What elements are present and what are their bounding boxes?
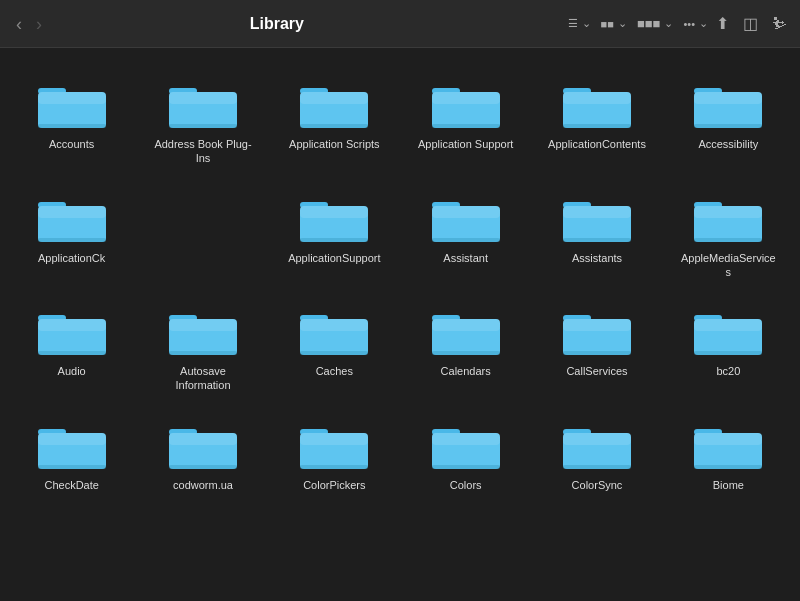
folder-item[interactable]: CallServices xyxy=(533,291,660,401)
folder-label: Application Support xyxy=(418,137,513,151)
svg-rect-75 xyxy=(169,465,237,469)
svg-rect-27 xyxy=(38,238,106,242)
folder-label: Accounts xyxy=(49,137,94,151)
folder-item[interactable]: ApplicationSupport xyxy=(271,178,398,288)
svg-rect-50 xyxy=(169,319,237,331)
folder-item[interactable]: Biome xyxy=(665,405,792,500)
folder-label: Address Book Plug-Ins xyxy=(153,137,253,166)
folder-icon xyxy=(36,415,108,473)
folder-label: Biome xyxy=(713,478,744,492)
folder-label: CheckDate xyxy=(44,478,98,492)
folder-item[interactable]: Assistant xyxy=(402,178,529,288)
svg-rect-46 xyxy=(38,319,106,331)
svg-rect-38 xyxy=(563,206,631,218)
svg-rect-26 xyxy=(38,206,106,218)
folder-icon xyxy=(36,188,108,246)
folder-item[interactable]: Accounts xyxy=(8,64,135,174)
svg-rect-63 xyxy=(563,351,631,355)
folder-item[interactable]: Application Scripts xyxy=(271,64,398,174)
folder-label: Accessibility xyxy=(698,137,758,151)
folder-item[interactable]: CheckDate xyxy=(8,405,135,500)
svg-rect-34 xyxy=(432,206,500,218)
grid-view-control[interactable]: ■■⌄ xyxy=(601,17,627,30)
folder-item[interactable]: Caches xyxy=(271,291,398,401)
window-title: Library xyxy=(0,15,560,33)
svg-rect-87 xyxy=(563,465,631,469)
folder-item[interactable]: Address Book Plug-Ins xyxy=(139,64,266,174)
list-view-control[interactable]: ☰⌄ xyxy=(568,17,591,30)
toolbar: ‹ › Library ☰⌄ ■■⌄ ■■■⌄ •••⌄ ⬆ ◫ ⛷ xyxy=(0,0,800,48)
folder-icon xyxy=(561,301,633,359)
svg-rect-14 xyxy=(432,92,500,104)
toolbar-actions: ⬆ ◫ ⛷ xyxy=(716,14,788,33)
svg-rect-10 xyxy=(300,92,368,104)
folder-item[interactable]: ApplicationCk xyxy=(8,178,135,288)
folder-item[interactable]: Audio xyxy=(8,291,135,401)
svg-rect-55 xyxy=(300,351,368,355)
folder-icon xyxy=(298,74,370,132)
folder-icon xyxy=(692,188,764,246)
share-icon[interactable]: ⬆ xyxy=(716,14,729,33)
svg-rect-71 xyxy=(38,465,106,469)
folder-label: Application Scripts xyxy=(289,137,380,151)
svg-rect-86 xyxy=(563,433,631,445)
folder-label: CallServices xyxy=(566,364,627,378)
svg-rect-35 xyxy=(432,238,500,242)
folder-item[interactable]: AppleMediaServices xyxy=(665,178,792,288)
svg-rect-91 xyxy=(694,465,762,469)
svg-rect-22 xyxy=(694,92,762,104)
folder-item[interactable]: ApplicationContents xyxy=(533,64,660,174)
folder-item[interactable]: ColorPickers xyxy=(271,405,398,500)
view-controls: ☰⌄ ■■⌄ ■■■⌄ •••⌄ xyxy=(568,16,708,31)
svg-rect-39 xyxy=(563,238,631,242)
svg-rect-67 xyxy=(694,351,762,355)
folder-grid: Accounts Address Book Plug-Ins Applicati… xyxy=(8,64,792,500)
svg-rect-58 xyxy=(432,319,500,331)
svg-rect-7 xyxy=(169,124,237,128)
folder-item[interactable]: ColorSync xyxy=(533,405,660,500)
folder-icon xyxy=(561,188,633,246)
folder-icon xyxy=(298,188,370,246)
folder-icon xyxy=(36,74,108,132)
svg-rect-78 xyxy=(300,433,368,445)
folder-icon xyxy=(561,74,633,132)
airplay-icon[interactable]: ◫ xyxy=(743,14,758,33)
folder-item[interactable]: Colors xyxy=(402,405,529,500)
folder-item[interactable]: Accessibility xyxy=(665,64,792,174)
folder-item[interactable]: Assistants xyxy=(533,178,660,288)
tag-icon[interactable]: ⛷ xyxy=(772,15,788,33)
svg-rect-83 xyxy=(432,465,500,469)
folder-label: ApplicationSupport xyxy=(288,251,380,265)
svg-rect-90 xyxy=(694,433,762,445)
folder-item[interactable]: codworm.ua xyxy=(139,405,266,500)
svg-rect-30 xyxy=(300,206,368,218)
svg-rect-19 xyxy=(563,124,631,128)
svg-rect-54 xyxy=(300,319,368,331)
folder-icon xyxy=(167,74,239,132)
folder-icon xyxy=(430,74,502,132)
folder-label: ColorPickers xyxy=(303,478,365,492)
folder-item[interactable]: Autosave Information xyxy=(139,291,266,401)
gallery-view-control[interactable]: ■■■⌄ xyxy=(637,16,674,31)
folder-icon xyxy=(430,415,502,473)
svg-rect-70 xyxy=(38,433,106,445)
svg-rect-18 xyxy=(563,92,631,104)
svg-rect-15 xyxy=(432,124,500,128)
folder-label: bc20 xyxy=(716,364,740,378)
svg-rect-82 xyxy=(432,433,500,445)
more-view-control[interactable]: •••⌄ xyxy=(683,17,708,30)
svg-rect-79 xyxy=(300,465,368,469)
folder-item[interactable]: Application Support xyxy=(402,64,529,174)
folder-icon xyxy=(298,301,370,359)
svg-rect-59 xyxy=(432,351,500,355)
folder-label: AppleMediaServices xyxy=(678,251,778,280)
folder-label: Assistant xyxy=(443,251,488,265)
svg-rect-74 xyxy=(169,433,237,445)
folder-item[interactable]: bc20 xyxy=(665,291,792,401)
folder-item[interactable]: Calendars xyxy=(402,291,529,401)
folder-label: ApplicationCk xyxy=(38,251,105,265)
svg-rect-62 xyxy=(563,319,631,331)
folder-label: ApplicationContents xyxy=(548,137,646,151)
folder-label: ColorSync xyxy=(572,478,623,492)
svg-rect-42 xyxy=(694,206,762,218)
